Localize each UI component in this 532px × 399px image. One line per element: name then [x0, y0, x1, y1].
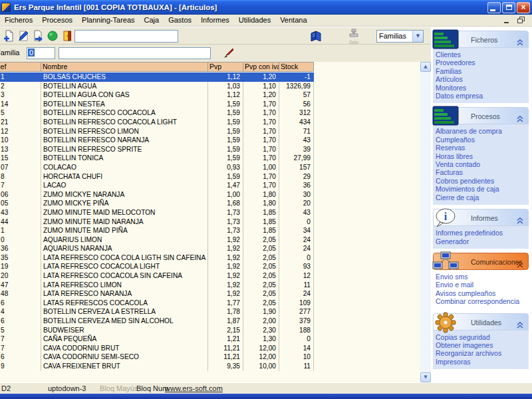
- table-row[interactable]: 5 BUDWEISER 2,15 2,30 188: [0, 326, 314, 335]
- delete-record-button[interactable]: [31, 29, 45, 43]
- chevron-up-icon[interactable]: [517, 113, 523, 125]
- nav-button[interactable]: [253, 30, 267, 43]
- sidebar-item[interactable]: Datos empresa: [433, 92, 529, 100]
- sidebar-item[interactable]: Reorganizar archivos: [433, 349, 529, 357]
- sidebar-item[interactable]: Horas libres: [433, 152, 529, 160]
- table-row[interactable]: 7 LACAO 1,47 1,70 36: [0, 181, 314, 190]
- exit-button[interactable]: [60, 29, 74, 43]
- sidebar-item[interactable]: Familias: [433, 67, 529, 75]
- menu-item[interactable]: Utilidades: [234, 15, 275, 26]
- table-row[interactable]: 8 HORCHATA CHUFI 1,59 1,70 29: [0, 172, 314, 182]
- nav-button[interactable]: [200, 30, 213, 43]
- sidebar-item[interactable]: Monitores: [433, 84, 529, 92]
- sidebar-item[interactable]: Reservas: [433, 144, 529, 152]
- table-row[interactable]: 2 BOTELLIN AGUA 1,03 1,10 1326,99: [0, 82, 314, 91]
- brush-icon[interactable]: [222, 47, 234, 62]
- table-row[interactable]: 6 CAVA CODORNIU SEMI-SECO 11,21 12,00 10: [0, 352, 314, 362]
- goto-button[interactable]: Goto: [344, 29, 363, 45]
- table-row[interactable]: 13 BOTELLIN REFRESCO SPRITE 1,59 1,70 39: [0, 145, 314, 154]
- table-row[interactable]: 0 AQUARIUS LIMON 1,92 2,05 24: [0, 235, 314, 245]
- sidebar-panel-header[interactable]: i: [433, 209, 529, 226]
- sidebar-item[interactable]: Artículos: [433, 75, 529, 83]
- column-header-nombre[interactable]: Nombre: [41, 63, 208, 71]
- table-row[interactable]: 36 AQUARIUS NARANJA 1,92 2,05 24: [0, 244, 314, 253]
- table-row[interactable]: 1 BOLSAS CHUCHES 1,12 1,20 -1: [0, 72, 314, 82]
- sidebar-panel-header[interactable]: i: [433, 107, 529, 124]
- sidebar-item[interactable]: Envio e mail: [433, 281, 529, 289]
- maximize-button[interactable]: [502, 2, 515, 13]
- sidebar-item[interactable]: Cierre de caja: [433, 194, 529, 201]
- table-row[interactable]: 6 LATAS REFRESCOS COCACOLA 1,77 2,05 109: [0, 299, 314, 308]
- table-row[interactable]: 4 BOTELLIN CERVEZA LA ESTRELLA 1,78 1,90…: [0, 307, 314, 317]
- table-row[interactable]: 7 CAVA CODORNIU BRUT 11,21 12,00 14: [0, 344, 314, 353]
- sidebar-item[interactable]: Combinar correspondencia: [433, 297, 529, 305]
- minimize-button[interactable]: [487, 2, 501, 13]
- nav-button[interactable]: [240, 30, 253, 43]
- table-row[interactable]: 07 COLACAO 0,93 1,00 157: [0, 163, 314, 172]
- menu-item[interactable]: Ficheros: [0, 15, 37, 26]
- family-combobox[interactable]: Familias ▼: [376, 30, 424, 43]
- column-header-ref[interactable]: Ref: [0, 63, 41, 71]
- table-row[interactable]: 43 ZUMO MINUTE MAID MELOCOTON 1,73 1,85 …: [0, 208, 314, 217]
- column-header-stock[interactable]: Stock: [279, 63, 314, 71]
- new-record-button[interactable]: [1, 29, 16, 43]
- menu-item[interactable]: Procesos: [37, 15, 77, 26]
- table-row[interactable]: 12 BOTELLIN REFRESCO LIMON 1,59 1,70 71: [0, 127, 314, 136]
- table-row[interactable]: 15 BOTELLIN TONICA 1,59 1,70 27,99: [0, 154, 314, 163]
- website-link[interactable]: www.ers-soft.com: [165, 384, 223, 392]
- chevron-down-icon[interactable]: ▼: [412, 31, 423, 42]
- column-header-pvp[interactable]: Pvp: [208, 63, 243, 71]
- chevron-up-icon[interactable]: [517, 215, 523, 227]
- sidebar-item[interactable]: Facturas: [433, 168, 529, 176]
- table-row[interactable]: 20 LATA REFRESCO COCACOLA SIN CAFEINA 1,…: [0, 271, 314, 281]
- sidebar-item[interactable]: Proveedores: [433, 59, 529, 66]
- mdi-minimize-button[interactable]: [501, 16, 512, 25]
- table-row[interactable]: 06 ZUMO MICKYE NARANJA 1,00 1,80 30: [0, 190, 314, 200]
- accept-button[interactable]: [45, 29, 60, 43]
- table-row[interactable]: 47 LATA REFRESCO LIMON 1,92 2,05 11: [0, 281, 314, 290]
- column-header-pvp-con-iva[interactable]: Pvp con iva: [243, 63, 279, 71]
- sidebar-panel-header[interactable]: i: [433, 313, 529, 331]
- sidebar-item[interactable]: Cumpleaños: [433, 136, 529, 144]
- close-button[interactable]: ×: [517, 2, 530, 13]
- table-row[interactable]: 6 BOTELLIN CERVEZA MED SIN ALCOHOL 1,87 …: [0, 317, 314, 326]
- search-input[interactable]: [74, 30, 178, 43]
- table-scrollbar[interactable]: ▲ ▼: [420, 62, 431, 382]
- table-row[interactable]: 14 BOTELLIN NESTEA 1,59 1,70 56: [0, 100, 314, 109]
- book-icon[interactable]: [309, 29, 323, 43]
- sidebar-panel-header[interactable]: i: [433, 31, 529, 48]
- table-row[interactable]: 05 ZUMO MICKYE PIÑA 1,68 1,80 20: [0, 199, 314, 208]
- table-row[interactable]: 19 LATA REFRESCO COCACOLA LIGHT 1,92 2,0…: [0, 262, 314, 271]
- sidebar-item[interactable]: Obtener imagenes: [433, 341, 529, 349]
- table-row[interactable]: 9 CAVA FREIXENET BRUT 9,35 10,00 11: [0, 362, 314, 371]
- edit-record-button[interactable]: [16, 29, 31, 43]
- sidebar-item[interactable]: Movimientos de caja: [433, 185, 529, 193]
- menu-item[interactable]: Ventana: [275, 15, 311, 26]
- menu-item[interactable]: Gastos: [164, 15, 196, 26]
- menu-item[interactable]: Caja: [140, 15, 164, 26]
- table-row[interactable]: 21 BOTELLIN REFRESCO COCACOLA LIGHT 1,59…: [0, 118, 314, 127]
- chevron-up-icon[interactable]: [517, 37, 523, 49]
- sidebar-item[interactable]: Venta contado: [433, 160, 529, 168]
- mdi-restore-button[interactable]: [516, 16, 527, 25]
- table-row[interactable]: 44 ZUMO MINUTE MAID NARANJA 1,73 1,85 0: [0, 217, 314, 227]
- sidebar-item[interactable]: Generador: [433, 237, 529, 245]
- nav-button[interactable]: [227, 30, 240, 43]
- table-row[interactable]: 48 LATA REFRESCO NARANJA 1,92 2,05 24: [0, 289, 314, 299]
- menu-item[interactable]: Informes: [196, 15, 234, 26]
- scroll-up-icon[interactable]: ▲: [420, 62, 431, 72]
- table-row[interactable]: 7 CAÑA PEQUEÑA 1,21 1,30 0: [0, 334, 314, 344]
- table-row[interactable]: 3 BOTELLIN AGUA CON GAS 1,12 1,20 57: [0, 90, 314, 100]
- table-row[interactable]: 5 BOTELLIN REFRESCO COCACOLA 1,59 1,70 3…: [0, 108, 314, 118]
- chevron-up-icon[interactable]: [517, 319, 523, 331]
- family-code-field[interactable]: 0: [27, 47, 55, 59]
- table-row[interactable]: 35 LATA REFRESCO COCA COLA LIGTH SIN CAF…: [0, 253, 314, 263]
- sidebar-panel-header[interactable]: i: [433, 253, 529, 270]
- nav-button[interactable]: [213, 30, 227, 43]
- family-name-field[interactable]: [59, 47, 211, 59]
- sidebar-item[interactable]: Impresoras: [433, 358, 529, 366]
- sidebar-item[interactable]: Cobros pendientes: [433, 177, 529, 185]
- nav-button[interactable]: [187, 30, 200, 43]
- table-row[interactable]: 10 BOTELLIN REFRESCO NARANJA 1,59 1,70 4…: [0, 136, 314, 145]
- sidebar-item[interactable]: Avisos cumpleaños: [433, 289, 529, 297]
